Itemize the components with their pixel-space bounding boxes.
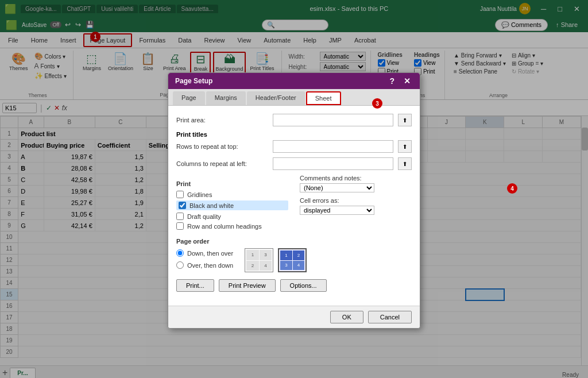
dialog-controls: ? ✕ (387, 76, 413, 86)
options-button[interactable]: Options... (280, 279, 327, 292)
dialog-help-btn[interactable]: ? (387, 76, 397, 86)
rows-top-row: Rows to repeat at top: ⬆ (176, 140, 412, 153)
print-area-collapse-btn[interactable]: ⬆ (398, 114, 412, 126)
row-col-headings-label: Row and column headings (187, 223, 262, 230)
down-then-over-row: Down, then over (176, 249, 233, 257)
page-setup-dialog: 3 4 Page Setup ? ✕ Page Margins Header/F… (168, 72, 420, 329)
dialog-tab-page[interactable]: Page (173, 91, 205, 105)
page-order-diagrams: 1 3 2 4 1 2 3 4 (245, 248, 307, 272)
cols-left-input[interactable] (273, 157, 393, 170)
down-then-over-radio[interactable] (176, 249, 184, 257)
two-col-section: Print Gridlines Black and white Draft qu… (176, 175, 412, 232)
comments-row: Comments and notes: (None) At end of she… (300, 175, 412, 192)
draft-quality-checkbox[interactable] (176, 213, 184, 220)
dialog-body: Print area: ⬆ Print titles Rows to repea… (168, 106, 420, 306)
dialog-tab-sheet[interactable]: Sheet (306, 91, 341, 105)
page-order-section: Page order Down, then over Over, then do… (176, 238, 412, 272)
black-white-check-row: Black and white (176, 200, 288, 210)
down-then-over-label: Down, then over (187, 250, 233, 257)
cell-errors-row: Cell errors as: displayed <blank> -- #N/… (300, 197, 412, 215)
print-titles-label: Print titles (176, 131, 412, 138)
cell-errors-select[interactable]: displayed <blank> -- #N/A (300, 206, 374, 215)
print-button[interactable]: Print... (176, 279, 214, 292)
comments-errors-col: Comments and notes: (None) At end of she… (300, 175, 412, 232)
over-then-down-radio[interactable] (176, 261, 184, 269)
print-section-header: Print (176, 180, 288, 187)
step-badge-3: 3 (372, 98, 382, 109)
rows-top-input[interactable] (273, 140, 393, 153)
dialog-close-btn[interactable]: ✕ (401, 76, 413, 86)
cancel-button[interactable]: Cancel (368, 311, 412, 323)
row-col-headings-row: Row and column headings (176, 222, 288, 230)
row-col-headings-checkbox[interactable] (176, 222, 184, 230)
cols-left-collapse-btn[interactable]: ⬆ (398, 157, 412, 170)
modal-overlay: 3 4 Page Setup ? ✕ Page Margins Header/F… (0, 0, 588, 378)
print-preview-button[interactable]: Print Preview (219, 279, 276, 292)
gridlines-check-row: Gridlines (176, 191, 288, 198)
comments-select[interactable]: (None) At end of sheet As displayed on s… (300, 183, 374, 192)
dialog-tab-margins[interactable]: Margins (206, 91, 246, 105)
cell-errors-label: Cell errors as: (300, 197, 339, 204)
print-area-label: Print area: (176, 117, 268, 124)
over-then-down-label: Over, then down (187, 262, 233, 269)
draft-quality-row: Draft quality (176, 213, 288, 220)
comments-label: Comments and notes: (300, 175, 362, 182)
black-white-checkbox[interactable] (179, 202, 186, 209)
rows-top-label: Rows to repeat at top: (176, 143, 268, 150)
step-badge-4: 4 (507, 183, 517, 194)
print-titles-section: Print titles Rows to repeat at top: ⬆ Co… (176, 131, 412, 170)
down-then-over-icon: 1 3 2 4 (245, 248, 273, 272)
dialog-title: Page Setup (175, 77, 212, 85)
rows-top-collapse-btn[interactable]: ⬆ (398, 140, 412, 153)
draft-quality-label: Draft quality (187, 213, 221, 220)
gridlines-checkbox[interactable] (176, 191, 184, 198)
print-area-row: Print area: ⬆ (176, 114, 412, 126)
page-order-options: Down, then over Over, then down 1 (176, 248, 412, 272)
ok-button[interactable]: OK (330, 311, 363, 323)
print-area-input[interactable] (273, 114, 393, 126)
over-then-down-row: Over, then down (176, 261, 233, 269)
cols-left-row: Columns to repeat at left: ⬆ (176, 157, 412, 170)
dialog-title-bar: Page Setup ? ✕ (168, 73, 420, 89)
page-order-radios: Down, then over Over, then down (176, 249, 233, 271)
dialog-tab-header-footer[interactable]: Header/Footer (247, 91, 305, 105)
gridlines-checkbox-label: Gridlines (187, 191, 212, 198)
page-order-header: Page order (176, 238, 412, 245)
dialog-action-buttons: Print... Print Preview Options... (176, 279, 412, 292)
black-white-label: Black and white (189, 202, 234, 209)
over-then-down-icon: 1 2 3 4 (278, 248, 307, 272)
print-options-col: Print Gridlines Black and white Draft qu… (176, 175, 288, 232)
cols-left-label: Columns to repeat at left: (176, 160, 268, 167)
dialog-footer: OK Cancel (168, 306, 420, 328)
